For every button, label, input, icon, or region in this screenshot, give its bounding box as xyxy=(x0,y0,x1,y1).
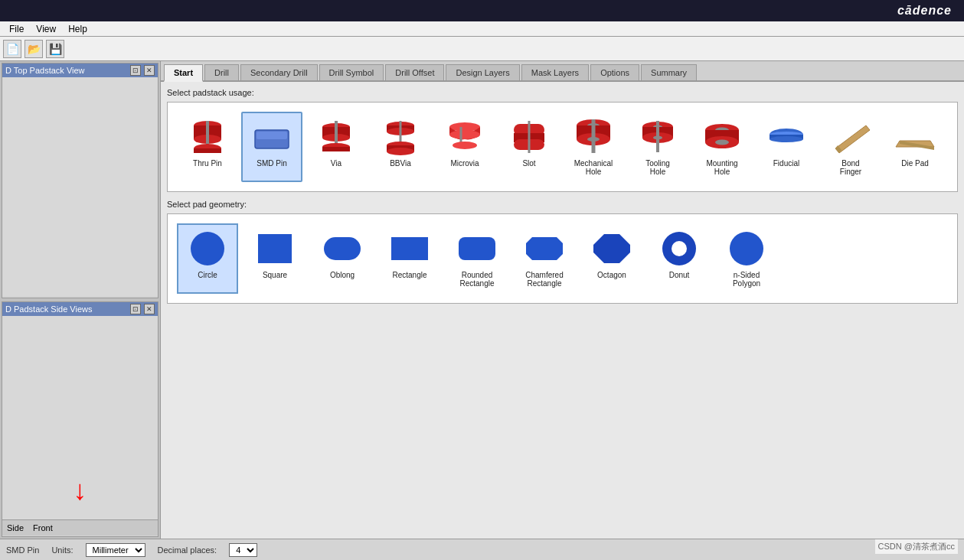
padstack-bond-finger-label: BondFinger xyxy=(840,159,861,176)
units-dropdown[interactable]: Millimeter Inch Mil xyxy=(86,543,145,557)
top-padstack-title: D Top Padstack View xyxy=(5,66,85,75)
slot-icon xyxy=(506,118,552,156)
title-bar: cādence xyxy=(0,0,964,21)
geometry-donut[interactable]: Donut xyxy=(649,223,710,294)
n-sided-polygon-icon xyxy=(724,230,770,268)
side-label: Side xyxy=(7,523,24,532)
padstack-smd-pin-label: SMD Pin xyxy=(257,159,286,168)
svg-point-45 xyxy=(715,140,729,145)
top-padstack-close[interactable]: ✕ xyxy=(144,65,155,76)
tab-start[interactable]: Start xyxy=(164,64,203,82)
chamfered-rectangle-icon xyxy=(521,230,567,268)
svg-rect-59 xyxy=(391,237,428,260)
geometry-square-label: Square xyxy=(263,271,287,279)
watermark: CSDN @清茶煮酒cc xyxy=(875,539,958,554)
svg-point-22 xyxy=(449,130,480,139)
padstack-mechanical-hole[interactable]: MechanicalHole xyxy=(563,112,624,182)
geometry-square[interactable]: Square xyxy=(244,223,306,294)
svg-point-65 xyxy=(730,232,763,265)
geometry-octagon[interactable]: Octagon xyxy=(581,223,642,294)
svg-point-64 xyxy=(672,241,687,256)
open-button[interactable]: 📂 xyxy=(25,40,43,58)
main-layout: D Top Padstack View ⊡ ✕ D Padstack Side … xyxy=(0,61,964,539)
svg-point-56 xyxy=(191,232,224,265)
padstack-die-pad[interactable]: Die Pad xyxy=(884,112,946,182)
svg-point-20 xyxy=(387,148,414,155)
geometry-rounded-rectangle-label: RoundedRectangle xyxy=(459,271,494,288)
tab-summary[interactable]: Summary xyxy=(641,64,697,80)
padstack-bbvia[interactable]: BBVia xyxy=(370,112,431,182)
top-padstack-controls: ⊡ ✕ xyxy=(130,65,155,76)
side-padstack-close[interactable]: ✕ xyxy=(144,304,155,314)
decimal-dropdown[interactable]: 123456 xyxy=(229,543,257,557)
tab-options[interactable]: Options xyxy=(590,64,639,80)
padstack-slot[interactable]: Slot xyxy=(498,112,560,182)
geometry-rounded-rectangle[interactable]: RoundedRectangle xyxy=(446,223,508,294)
top-padstack-canvas xyxy=(2,77,158,296)
smd-pin-icon xyxy=(249,118,295,156)
new-button[interactable]: 📄 xyxy=(3,40,21,58)
padstack-fiducial[interactable]: Fiducial xyxy=(756,112,817,182)
side-padstack-title: D Padstack Side Views xyxy=(5,304,93,314)
tab-design-layers[interactable]: Design Layers xyxy=(446,64,519,80)
oblong-icon xyxy=(319,230,365,268)
padstack-microvia[interactable]: Microvia xyxy=(434,112,495,182)
die-pad-icon xyxy=(892,118,938,156)
front-label: Front xyxy=(33,523,53,532)
tab-drill-symbol[interactable]: Drill Symbol xyxy=(319,64,384,80)
geometry-rectangle[interactable]: Rectangle xyxy=(379,223,440,294)
tab-mask-layers[interactable]: Mask Layers xyxy=(521,64,589,80)
decimal-label: Decimal places: xyxy=(158,545,217,555)
geometry-circle[interactable]: Circle xyxy=(177,223,238,294)
padstack-via[interactable]: Via xyxy=(306,112,367,182)
padstack-mechanical-hole-label: MechanicalHole xyxy=(574,159,613,176)
side-view-labels: Side Front xyxy=(2,519,158,536)
padstack-bbvia-label: BBVia xyxy=(390,159,411,168)
tab-drill-offset[interactable]: Drill Offset xyxy=(385,64,444,80)
menu-bar: File View Help xyxy=(0,21,964,37)
svg-rect-7 xyxy=(257,132,287,139)
side-padstack-resize[interactable]: ⊡ xyxy=(130,304,141,314)
padstack-section-label: Select padstack usage: xyxy=(167,88,958,97)
svg-marker-62 xyxy=(593,234,630,263)
bbvia-icon xyxy=(377,118,423,156)
padstack-mounting-hole-label: MountingHole xyxy=(706,159,737,176)
padstack-microvia-label: Microvia xyxy=(450,159,479,168)
tab-drill[interactable]: Drill xyxy=(204,64,239,80)
svg-rect-58 xyxy=(324,237,361,260)
brand-logo: cādence xyxy=(897,4,952,18)
geometry-section-label: Select pad geometry: xyxy=(167,200,958,209)
geometry-octagon-label: Octagon xyxy=(597,271,626,279)
padstack-via-label: Via xyxy=(331,159,341,168)
padstack-bond-finger[interactable]: BondFinger xyxy=(820,112,881,182)
units-label: Units: xyxy=(51,545,73,555)
current-type-label: SMD Pin xyxy=(6,545,39,555)
geometry-n-sided-polygon-label: n-SidedPolygon xyxy=(733,271,760,288)
geometry-n-sided-polygon[interactable]: n-SidedPolygon xyxy=(716,223,777,294)
mechanical-hole-icon xyxy=(570,118,616,156)
padstack-tooling-hole[interactable]: ToolingHole xyxy=(627,112,688,182)
svg-point-24 xyxy=(453,142,477,149)
top-padstack-resize[interactable]: ⊡ xyxy=(130,65,141,76)
save-button[interactable]: 💾 xyxy=(46,40,64,58)
tab-secondary-drill[interactable]: Secondary Drill xyxy=(240,64,318,80)
geometry-oblong[interactable]: Oblong xyxy=(312,223,373,294)
side-padstack-controls: ⊡ ✕ xyxy=(130,304,155,314)
svg-point-49 xyxy=(770,136,803,142)
padstack-mounting-hole[interactable]: MountingHole xyxy=(691,112,753,182)
geometry-chamfered-rectangle[interactable]: ChamferedRectangle xyxy=(514,223,575,294)
menu-view[interactable]: View xyxy=(30,22,62,36)
menu-help[interactable]: Help xyxy=(62,22,93,36)
geometry-chamfered-rectangle-label: ChamferedRectangle xyxy=(525,271,563,288)
geometry-rectangle-label: Rectangle xyxy=(392,271,426,279)
padstack-die-pad-label: Die Pad xyxy=(901,159,929,168)
side-padstack-titlebar: D Padstack Side Views ⊡ ✕ xyxy=(2,302,158,316)
microvia-icon xyxy=(442,118,488,156)
menu-file[interactable]: File xyxy=(3,22,30,36)
geometry-oblong-label: Oblong xyxy=(330,271,355,279)
padstack-thru-pin[interactable]: Thru Pin xyxy=(177,112,238,182)
padstack-smd-pin[interactable]: SMD Pin xyxy=(241,112,302,182)
padstack-tooling-hole-label: ToolingHole xyxy=(645,159,670,176)
right-content: Start Drill Secondary Drill Drill Symbol… xyxy=(161,61,964,539)
top-padstack-titlebar: D Top Padstack View ⊡ ✕ xyxy=(2,63,158,77)
